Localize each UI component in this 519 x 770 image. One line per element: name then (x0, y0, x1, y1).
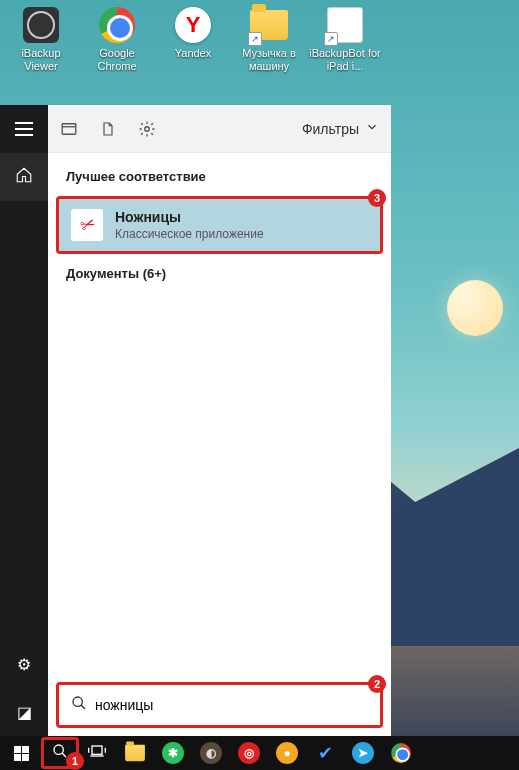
menu-button[interactable] (0, 105, 48, 153)
documents-header: Документы (6+) (48, 266, 391, 291)
yandex-icon: Y (175, 7, 211, 43)
wallpaper-moon (447, 280, 503, 336)
annotation-box-3: 3 ✂ Ножницы Классическое приложение (56, 196, 383, 254)
taskbar-app-explorer[interactable] (117, 738, 153, 768)
shortcut-arrow-icon: ↗ (248, 32, 262, 46)
best-match-header: Лучшее соответствие (48, 169, 391, 194)
evernote-icon: ✱ (162, 742, 184, 764)
home-button[interactable] (0, 153, 48, 201)
gimp-icon: ◐ (200, 742, 222, 764)
svg-point-2 (145, 126, 150, 131)
desktop-icon-ibackup-viewer[interactable]: iBackup Viewer (5, 5, 77, 87)
check-icon: ✔ (318, 742, 333, 764)
scissors-icon: ✂ (71, 209, 103, 241)
search-icon (71, 695, 87, 715)
search-input[interactable] (95, 697, 368, 713)
svg-line-6 (62, 753, 66, 757)
folder-icon (125, 745, 145, 762)
search-main: Фильтры Лучшее соответствие 3 ✂ Ножницы … (48, 105, 391, 736)
desktop-icon-music-folder[interactable]: ↗ Музычка в машину (233, 5, 305, 87)
task-view-button[interactable] (79, 738, 115, 768)
desktop-icon-label: iBackupBot for iPad i... (309, 47, 381, 73)
annotation-box-2: 2 (56, 682, 383, 728)
taskview-icon: ◪ (17, 703, 32, 722)
desktop-icon-chrome[interactable]: Google Chrome (81, 5, 153, 87)
taskbar-app-red[interactable]: ◎ (231, 738, 267, 768)
search-toolbar: Фильтры (48, 105, 391, 153)
task-view-icon (87, 743, 107, 763)
svg-line-4 (81, 705, 85, 709)
taskbar-app-telegram[interactable]: ➤ (345, 738, 381, 768)
desktop-icon-ibackupbot[interactable]: ↗ iBackupBot for iPad i... (309, 5, 381, 87)
search-results: Лучшее соответствие 3 ✂ Ножницы Классиче… (48, 153, 391, 682)
desktop-icon-label: Музычка в машину (233, 47, 305, 73)
result-title: Ножницы (115, 209, 264, 225)
chevron-down-icon (365, 120, 379, 137)
desktop-icon-label: Google Chrome (81, 47, 153, 73)
svg-point-5 (54, 745, 63, 754)
desktop-icons: iBackup Viewer Google Chrome Y Yandex ↗ … (5, 5, 381, 87)
filters-dropdown[interactable]: Фильтры (302, 120, 379, 137)
taskbar-app-chrome[interactable] (383, 738, 419, 768)
apps-scope-button[interactable] (60, 120, 78, 138)
app-icon: ● (276, 742, 298, 764)
chrome-icon (99, 7, 135, 43)
telegram-icon: ➤ (352, 742, 374, 764)
desktop-icon-label: iBackup Viewer (5, 47, 77, 73)
search-box[interactable] (59, 685, 380, 725)
annotation-badge-3: 3 (368, 189, 386, 207)
annotation-badge-2: 2 (368, 675, 386, 693)
windows-icon (14, 746, 29, 761)
documents-scope-button[interactable] (100, 120, 116, 138)
settings-button[interactable]: ⚙ (0, 640, 48, 688)
svg-point-3 (73, 697, 82, 706)
chrome-icon (391, 743, 411, 763)
search-sidebar: ⚙ ◪ (0, 105, 48, 736)
taskview-button[interactable]: ◪ (0, 688, 48, 736)
settings-scope-button[interactable] (138, 120, 156, 138)
hamburger-icon (15, 122, 33, 136)
taskbar-app-todo[interactable]: ✔ (307, 738, 343, 768)
shortcut-arrow-icon: ↗ (324, 32, 338, 46)
filters-label: Фильтры (302, 121, 359, 137)
svg-rect-0 (62, 123, 76, 134)
taskbar-search-button[interactable]: 1 (41, 737, 79, 769)
taskbar-app-orange[interactable]: ● (269, 738, 305, 768)
desktop-icon-yandex[interactable]: Y Yandex (157, 5, 229, 87)
app-icon: ◎ (238, 742, 260, 764)
start-search-panel: ⚙ ◪ Фильтры Лучшее соответствие 3 ✂ Ножн… (0, 105, 391, 736)
taskbar-app-evernote[interactable]: ✱ (155, 738, 191, 768)
clock-icon (23, 7, 59, 43)
taskbar: 1 ✱ ◐ ◎ ● ✔ ➤ (0, 736, 519, 770)
gear-icon: ⚙ (17, 655, 31, 674)
start-button[interactable] (3, 738, 39, 768)
search-result-snipping-tool[interactable]: ✂ Ножницы Классическое приложение (59, 199, 380, 251)
result-subtitle: Классическое приложение (115, 227, 264, 241)
taskbar-app-gimp[interactable]: ◐ (193, 738, 229, 768)
home-icon (15, 166, 33, 188)
desktop-icon-label: Yandex (175, 47, 212, 60)
svg-rect-7 (92, 746, 102, 754)
